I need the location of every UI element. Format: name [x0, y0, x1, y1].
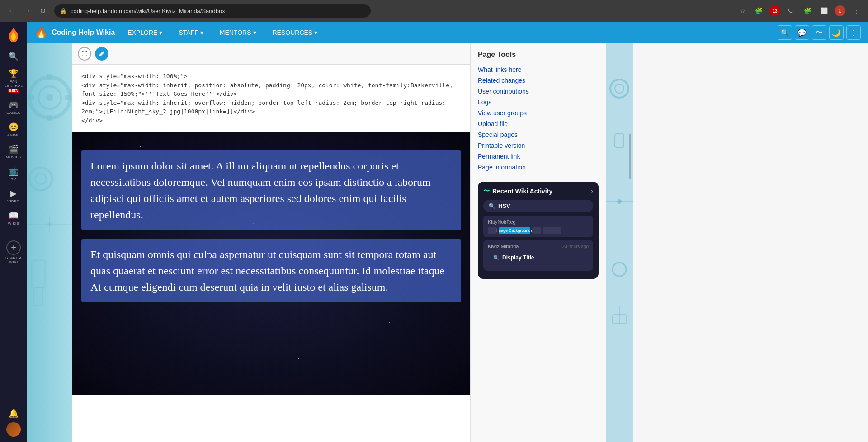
- rwa-item-3-search-bar[interactable]: 🔍 Display Title: [488, 252, 589, 263]
- sidebar-item-games[interactable]: 🎮 GAMES: [4, 97, 24, 118]
- user-contributions-link[interactable]: User contributions: [478, 86, 599, 97]
- permanent-link-link[interactable]: Permanent link: [478, 151, 599, 162]
- analytics-nav-button[interactable]: 〜: [812, 25, 826, 40]
- sidebar-divider: [5, 232, 22, 232]
- printable-version-link[interactable]: Printable version: [478, 140, 599, 151]
- nav-staff[interactable]: STAFF ▾: [175, 27, 207, 38]
- rwa-search-icon-2: 🔍: [493, 255, 500, 261]
- menu-dots-icon[interactable]: ⋮: [850, 5, 863, 17]
- sidebar-item-video[interactable]: ▶ VIDEO: [4, 186, 24, 206]
- rwa-item-2-user: KittyNoirReg: [488, 219, 516, 225]
- code-block: <div style="max-width: 100%;"> <div styl…: [72, 65, 470, 132]
- chat-nav-button[interactable]: 💬: [795, 25, 809, 40]
- refresh-button[interactable]: ↻: [36, 5, 49, 17]
- star-15: [411, 381, 412, 381]
- puzzle-icon[interactable]: 🧩: [801, 5, 814, 17]
- back-button[interactable]: ←: [5, 5, 18, 17]
- search-icon: 🔍: [9, 52, 19, 61]
- tv-icon: 📺: [9, 166, 19, 176]
- extension-icon[interactable]: 🧩: [752, 5, 765, 17]
- wiki-title: Coding Help Wikia: [52, 28, 115, 37]
- notification-bell-icon[interactable]: 🔔: [9, 409, 19, 418]
- related-changes-link[interactable]: Related changes: [478, 75, 599, 86]
- scrollbar-thumb[interactable]: [629, 134, 631, 179]
- sidebar-item-tv[interactable]: 📺 TV: [4, 164, 24, 184]
- rwa-item-2: KittyNoirReg Image Backgrounds: [483, 216, 593, 237]
- wikis-icon: 📖: [9, 211, 19, 221]
- forward-button[interactable]: →: [21, 5, 33, 17]
- user-avatar-icon[interactable]: U: [834, 5, 846, 17]
- code-line-1: <div style="max-width: 100%;">: [81, 72, 461, 81]
- edit-pen-button[interactable]: [95, 47, 108, 61]
- fandom-sidebar: 🔍 🏆 FAN CENTRAL BETA 🎮 GAMES 😊 ANIME 🎬 M…: [0, 22, 27, 442]
- sidebar-item-fan-central[interactable]: 🏆 FAN CENTRAL BETA: [4, 66, 24, 95]
- page-tools-title: Page Tools: [478, 51, 599, 59]
- movies-icon: 🎬: [9, 144, 19, 154]
- window-icon[interactable]: ⬜: [817, 5, 830, 17]
- fan-central-icon: 🏆: [9, 69, 19, 79]
- expand-button[interactable]: [78, 47, 91, 61]
- expand-arrows-icon: [81, 50, 88, 57]
- anime-icon: 😊: [9, 122, 19, 132]
- page-wrapper: 🔍 🏆 FAN CENTRAL BETA 🎮 GAMES 😊 ANIME 🎬 M…: [0, 22, 868, 442]
- code-line-3: <div style="max-width: inherit; overflow…: [81, 99, 461, 116]
- staff-chevron-icon: ▾: [200, 29, 203, 36]
- svg-rect-6: [65, 95, 71, 100]
- star-8: [298, 358, 299, 359]
- logs-link[interactable]: Logs: [478, 97, 599, 108]
- sidebar-item-search[interactable]: 🔍: [4, 49, 24, 64]
- text-block-2: Et quisquam omnis qui culpa aspernatur u…: [81, 239, 461, 302]
- rwa-next-arrow-icon[interactable]: ›: [591, 187, 593, 195]
- page-information-link[interactable]: Page information: [478, 162, 599, 173]
- url-text: coding-help.fandom.com/wiki/User:Kiwiz_M…: [71, 8, 225, 14]
- resources-chevron-icon: ▾: [314, 29, 317, 36]
- browser-right-icons: ☆ 🧩 13 🛡 🧩 ⬜ U ⋮: [736, 5, 863, 17]
- rwa-title: 〜 Recent Wiki Activity: [483, 187, 552, 195]
- nav-mentors[interactable]: MENTORS ▾: [216, 27, 260, 38]
- svg-rect-13: [34, 287, 43, 306]
- profile-red-icon[interactable]: 13: [769, 5, 781, 17]
- user-avatar[interactable]: [6, 422, 21, 437]
- rwa-item-3-user: Kiwiz Miranda: [488, 244, 519, 249]
- extension2-icon[interactable]: 🛡: [785, 5, 797, 17]
- svg-point-19: [617, 199, 622, 204]
- sidebar-bottom: 🔔: [6, 409, 21, 442]
- search-nav-button[interactable]: 🔍: [778, 25, 792, 40]
- games-label: GAMES: [6, 111, 20, 115]
- code-line-2: <div style="max-width: inherit; position…: [81, 81, 461, 99]
- rwa-activity-icon: 〜: [483, 187, 490, 195]
- games-icon: 🎮: [9, 100, 19, 110]
- nav-explore[interactable]: EXPLORE ▾: [124, 27, 166, 38]
- more-nav-button[interactable]: ⋮: [846, 25, 861, 40]
- what-links-here-link[interactable]: What links here: [478, 64, 599, 75]
- rwa-search-bar[interactable]: 🔍 HSV: [483, 200, 593, 212]
- browser-chrome: ← → ↻ 🔒 coding-help.fandom.com/wiki/User…: [0, 0, 868, 22]
- article-wrapper: <div style="max-width: 100%;"> <div styl…: [72, 43, 470, 442]
- sidebar-item-movies[interactable]: 🎬 MOVIES: [4, 141, 24, 162]
- add-wiki-button[interactable]: +: [6, 240, 21, 255]
- code-line-4: </div>: [81, 116, 461, 125]
- nav-right-buttons: 🔍 💬 〜 🌙 ⋮: [778, 25, 861, 40]
- right-sidebar: Page Tools What links here Related chang…: [470, 43, 606, 442]
- fandom-flame-icon: [5, 27, 22, 43]
- star-1: [140, 146, 141, 147]
- sidebar-item-anime[interactable]: 😊 ANIME: [4, 119, 24, 140]
- nav-resources[interactable]: RESOURCES ▾: [269, 27, 321, 38]
- rwa-item-3-time: 23 hours ago: [562, 244, 589, 249]
- rwa-mini-icon-1: [488, 227, 497, 234]
- right-edge-svg: [606, 43, 633, 442]
- wiki-logo[interactable]: 🔥 Coding Help Wikia: [34, 26, 115, 39]
- theme-nav-button[interactable]: 🌙: [829, 25, 844, 40]
- text-block-1: Lorem ipsum dolor sit amet. A illum aliq…: [81, 150, 461, 230]
- upload-file-link[interactable]: Upload file: [478, 118, 599, 129]
- rwa-item-3: Kiwiz Miranda 23 hours ago 🔍 Display Tit…: [483, 240, 593, 271]
- bookmark-icon[interactable]: ☆: [736, 5, 749, 17]
- rwa-header: 〜 Recent Wiki Activity ›: [483, 187, 593, 195]
- rwa-search-icon: 🔍: [489, 203, 495, 209]
- sidebar-item-start-wiki[interactable]: + START A WIKI: [4, 236, 24, 267]
- sidebar-item-wikis[interactable]: 📖 WIKIS: [4, 208, 24, 228]
- address-bar[interactable]: 🔒 coding-help.fandom.com/wiki/User:Kiwiz…: [54, 4, 371, 18]
- view-user-groups-link[interactable]: View user groups: [478, 108, 599, 118]
- special-pages-link[interactable]: Special pages: [478, 129, 599, 140]
- fandom-logo[interactable]: [4, 25, 24, 45]
